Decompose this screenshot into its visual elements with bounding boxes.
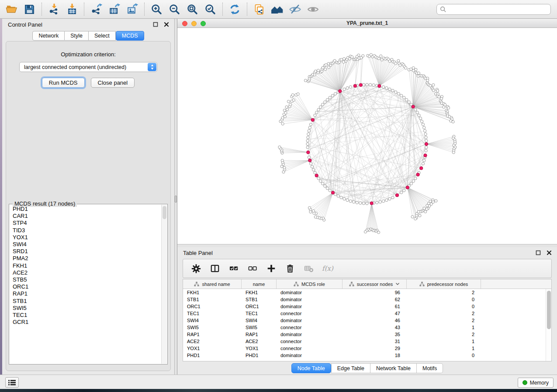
deselect-all-button[interactable] xyxy=(246,262,259,275)
network-node[interactable] xyxy=(443,106,445,108)
network-node[interactable] xyxy=(353,200,355,203)
table-cell[interactable]: 18 xyxy=(343,352,407,359)
table-cell[interactable]: FKH1 xyxy=(242,289,277,296)
network-node[interactable] xyxy=(417,72,420,74)
network-node[interactable] xyxy=(324,185,326,187)
network-node[interactable] xyxy=(419,117,422,120)
network-node[interactable] xyxy=(314,114,316,117)
table-cell[interactable]: dominator xyxy=(277,289,343,296)
mcds-result-item[interactable]: FKH1 xyxy=(10,262,161,269)
mcds-network-node[interactable] xyxy=(370,202,373,205)
settings-gear-button[interactable] xyxy=(190,262,202,275)
table-cell[interactable]: SWI5 xyxy=(242,324,277,331)
network-node[interactable] xyxy=(362,55,364,57)
table-cell[interactable]: RAP1 xyxy=(242,331,277,338)
column-header-MCDS-role[interactable]: MCDS role xyxy=(277,279,343,289)
mcds-network-node[interactable] xyxy=(412,105,415,108)
network-node[interactable] xyxy=(297,93,299,95)
eye-button[interactable] xyxy=(304,1,322,17)
network-node[interactable] xyxy=(410,182,412,185)
network-node[interactable] xyxy=(346,86,349,89)
close-panel-button[interactable]: Close panel xyxy=(91,78,135,88)
mcds-result-item[interactable]: SRD1 xyxy=(10,248,161,255)
network-node[interactable] xyxy=(394,91,397,93)
network-node[interactable] xyxy=(315,111,318,113)
network-node[interactable] xyxy=(423,207,426,210)
splitter-grip[interactable] xyxy=(175,196,177,203)
network-node[interactable] xyxy=(411,216,414,218)
network-node[interactable] xyxy=(452,151,455,154)
network-node[interactable] xyxy=(405,98,408,101)
network-node[interactable] xyxy=(447,107,450,109)
mcds-result-item[interactable]: GCR1 xyxy=(10,319,161,326)
table-cell[interactable]: 43 xyxy=(343,324,407,331)
table-cell[interactable]: 0 xyxy=(407,296,481,303)
network-node[interactable] xyxy=(308,156,310,158)
network-node[interactable] xyxy=(379,200,381,203)
network-node[interactable] xyxy=(346,199,349,201)
network-node[interactable] xyxy=(397,59,400,62)
mcds-network-node[interactable] xyxy=(406,186,409,189)
split-panel-button[interactable] xyxy=(209,262,221,275)
mcds-result-item[interactable]: PHD1 xyxy=(10,206,161,213)
close-panel-icon[interactable] xyxy=(547,250,552,255)
table-cell[interactable]: 2 xyxy=(407,289,481,296)
table-cell[interactable]: SWI5 xyxy=(183,324,242,331)
network-node[interactable] xyxy=(287,100,290,103)
network-node[interactable] xyxy=(291,94,294,96)
network-node[interactable] xyxy=(435,199,437,202)
network-node[interactable] xyxy=(391,196,394,199)
mcds-result-item[interactable]: YOX1 xyxy=(10,234,161,241)
mcds-result-item[interactable]: ACE2 xyxy=(10,269,161,276)
table-cell[interactable]: 61 xyxy=(343,303,407,310)
network-node[interactable] xyxy=(397,93,400,95)
mcds-network-node[interactable] xyxy=(315,174,318,177)
network-node[interactable] xyxy=(423,159,426,162)
add-column-button[interactable] xyxy=(265,262,277,275)
table-cell[interactable]: dominator xyxy=(277,296,343,303)
network-node[interactable] xyxy=(400,191,403,194)
network-node[interactable] xyxy=(377,57,380,60)
table-cell[interactable]: 2 xyxy=(407,317,481,324)
network-node[interactable] xyxy=(382,200,384,203)
network-node[interactable] xyxy=(340,196,343,199)
mcds-result-item[interactable]: RAP1 xyxy=(10,290,161,297)
network-node[interactable] xyxy=(423,126,426,129)
network-node[interactable] xyxy=(309,162,312,165)
table-cell[interactable]: 35 xyxy=(343,331,407,338)
table-cell[interactable]: 1 xyxy=(407,338,481,345)
table-cell[interactable]: 96 xyxy=(343,289,407,296)
network-node[interactable] xyxy=(306,146,309,148)
network-canvas[interactable] xyxy=(177,28,557,244)
network-node[interactable] xyxy=(319,180,322,182)
network-node[interactable] xyxy=(424,210,427,213)
table-cell[interactable]: FKH1 xyxy=(183,289,242,296)
network-node[interactable] xyxy=(380,55,382,57)
network-node[interactable] xyxy=(321,182,324,185)
table-cell[interactable]: connector xyxy=(277,345,343,352)
network-node[interactable] xyxy=(359,202,362,204)
mcds-network-node[interactable] xyxy=(339,89,342,93)
network-node[interactable] xyxy=(283,166,286,169)
network-node[interactable] xyxy=(436,89,439,92)
network-node[interactable] xyxy=(334,93,336,95)
network-node[interactable] xyxy=(292,99,295,101)
network-node[interactable] xyxy=(322,66,324,69)
function-builder-button[interactable]: f(x) xyxy=(322,262,334,275)
network-node[interactable] xyxy=(312,210,315,212)
table-cell[interactable]: 2 xyxy=(407,310,481,317)
mcds-network-node[interactable] xyxy=(420,167,423,170)
table-cell[interactable]: ORC1 xyxy=(242,303,277,310)
table-cell[interactable]: STB1 xyxy=(183,296,242,303)
network-node[interactable] xyxy=(438,96,440,98)
network-node[interactable] xyxy=(283,109,286,112)
table-cell[interactable]: 29 xyxy=(343,345,407,352)
network-node[interactable] xyxy=(307,136,309,139)
network-node[interactable] xyxy=(385,199,388,201)
table-row[interactable]: PHD1PHD1dominator180 xyxy=(183,352,551,359)
table-cell[interactable]: PHD1 xyxy=(183,352,242,359)
network-node[interactable] xyxy=(321,103,324,106)
mcds-result-item[interactable]: TEC1 xyxy=(10,312,161,319)
network-node[interactable] xyxy=(308,126,311,129)
network-node[interactable] xyxy=(364,230,367,233)
